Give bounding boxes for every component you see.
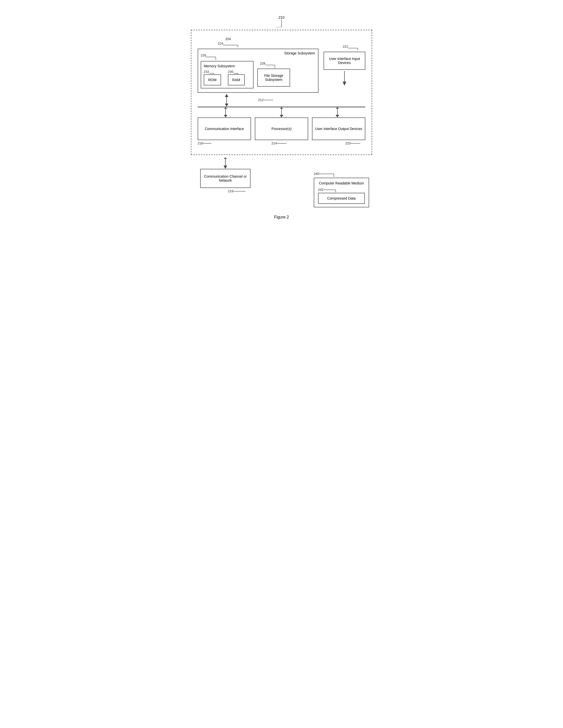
crm-label: Computer Readable Medium	[318, 181, 365, 185]
ref-210-label: 210	[279, 15, 284, 19]
file-storage-label: File Storage Subsystem	[264, 74, 283, 82]
svg-marker-32	[280, 115, 283, 117]
svg-text:240: 240	[314, 172, 319, 176]
svg-text:218: 218	[228, 189, 234, 193]
ui-input-label: User Interface Input Devices	[329, 57, 360, 65]
compressed-data-label: Compressed Data	[327, 196, 356, 200]
svg-text:216: 216	[198, 141, 203, 145]
svg-text:232: 232	[204, 70, 209, 74]
svg-text:226: 226	[201, 53, 206, 57]
ui-output-label: User Interface Output Devices	[315, 127, 362, 131]
storage-subsystem-label: Storage Subsystem	[284, 51, 315, 55]
svg-marker-35	[336, 115, 339, 117]
svg-text:224: 224	[218, 42, 223, 45]
svg-text:228: 228	[260, 61, 266, 65]
svg-marker-23	[225, 94, 229, 97]
ref-224-label: 224	[225, 37, 231, 41]
ram-label: RAM	[233, 78, 240, 82]
svg-marker-28	[224, 107, 227, 109]
svg-marker-43	[224, 157, 227, 159]
processors-label: Processor(s)	[272, 127, 291, 131]
svg-text:220: 220	[345, 141, 351, 145]
svg-text:214: 214	[272, 141, 277, 145]
figure-label: Figure 2	[183, 215, 380, 219]
svg-marker-31	[280, 107, 283, 109]
svg-text:230: 230	[228, 70, 234, 74]
svg-text:242: 242	[318, 188, 323, 192]
svg-text:222: 222	[343, 45, 348, 48]
svg-marker-24	[225, 104, 229, 107]
memory-subsystem-label: Memory Subsystem	[204, 64, 251, 68]
rom-label: ROM	[208, 78, 217, 82]
svg-marker-29	[224, 115, 227, 117]
svg-text:212: 212	[258, 98, 264, 102]
svg-marker-44	[224, 166, 227, 169]
page-container: 210 224 224 St	[183, 5, 380, 235]
svg-marker-34	[336, 107, 339, 109]
svg-marker-21	[343, 82, 346, 86]
comm-channel-label: Communication Channel or Network	[204, 174, 247, 182]
comm-interface-label: Communication Interface	[205, 127, 244, 131]
